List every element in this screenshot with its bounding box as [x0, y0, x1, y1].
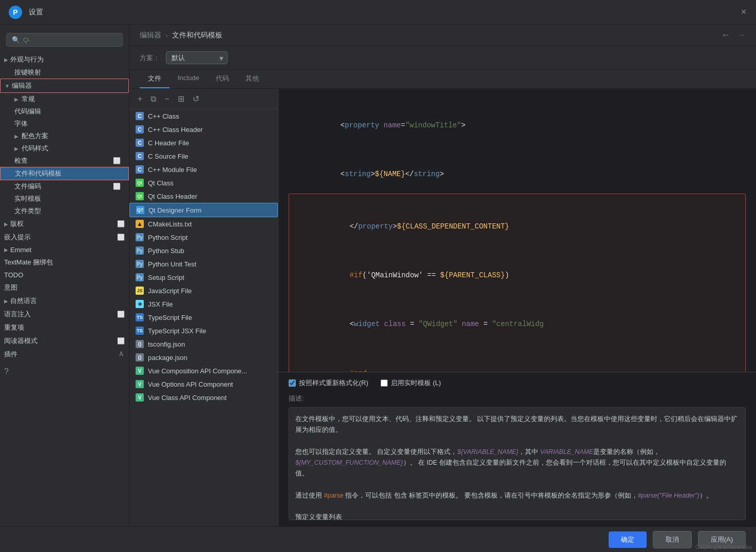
file-item-vue-class[interactable]: V Vue Class API Component	[129, 391, 278, 404]
json-icon: {}	[136, 340, 144, 348]
sidebar-item-file-encoding[interactable]: 文件编码 ⬜	[0, 180, 129, 193]
sidebar-item-file-types[interactable]: 文件类型	[0, 205, 129, 217]
file-item-qt-class-header[interactable]: Qt Qt Class Header	[129, 189, 278, 203]
scheme-selector[interactable]: 默认 项目	[166, 51, 228, 64]
sidebar-item-appearance[interactable]: ▶ 外观与行为	[0, 53, 129, 66]
file-item-python-unit-test[interactable]: Py Python Unit Test	[129, 257, 278, 271]
file-item-javascript[interactable]: JS JavaScript File	[129, 284, 278, 297]
tab-files[interactable]: 文件	[140, 70, 169, 88]
reformat-checkbox[interactable]	[289, 379, 296, 387]
realtime-checkbox-label[interactable]: 启用实时模板 (L)	[381, 378, 441, 388]
chevron-right-icon: ▶	[4, 247, 8, 253]
realtime-checkbox[interactable]	[381, 379, 388, 387]
chevron-right-icon: ▶	[4, 57, 8, 63]
file-item-label: Vue Class API Component	[148, 394, 226, 402]
sidebar-item-reader-mode[interactable]: 阅读器模式 ⬜	[0, 334, 129, 348]
file-item-vue-composition[interactable]: V Vue Composition API Compone...	[129, 364, 278, 377]
sidebar-item-plugins[interactable]: 插件 Ａ	[0, 348, 129, 361]
sidebar-item-label: 文件编码	[14, 182, 41, 191]
back-button[interactable]: ←	[721, 30, 730, 41]
file-item-vue-options[interactable]: V Vue Options API Component	[129, 377, 278, 391]
sidebar-item-label: 插件	[4, 350, 17, 359]
js-icon: JS	[136, 287, 144, 295]
sidebar-item-textmate[interactable]: TextMate 捆绑包	[0, 256, 129, 269]
file-item-label: Setup Script	[148, 274, 184, 281]
remove-template-button[interactable]: −	[162, 93, 171, 105]
copy-template-button[interactable]: ⧉	[148, 93, 158, 105]
file-item-python-stub[interactable]: Py Python Stub	[129, 244, 278, 257]
file-item-tsconfig[interactable]: {} tsconfig.json	[129, 337, 278, 351]
file-item-typescript[interactable]: TS TypeScript File	[129, 311, 278, 324]
sidebar-item-label: 编辑器	[12, 81, 32, 90]
file-item-python-script[interactable]: Py Python Script	[129, 231, 278, 244]
code-line-6: #end	[289, 343, 745, 372]
file-item-c-header[interactable]: C C Header File	[129, 136, 278, 149]
search-box[interactable]: 🔍	[6, 33, 123, 47]
chevron-right-icon: ▶	[14, 134, 18, 139]
file-item-cmake[interactable]: ▲ CMakeLists.txt	[129, 217, 278, 231]
file-item-qt-class[interactable]: Qt Qt Class	[129, 176, 278, 189]
qt-icon: Qt	[136, 179, 144, 187]
scheme-select[interactable]: 默认 项目	[166, 51, 228, 64]
search-input[interactable]	[23, 36, 117, 44]
sidebar-item-live-templates[interactable]: 实时模板	[0, 193, 129, 205]
add-template-button[interactable]: +	[136, 93, 144, 105]
sidebar-item-keymap[interactable]: 按键映射	[0, 66, 129, 79]
file-item-cpp-module[interactable]: C C++ Module File	[129, 163, 278, 176]
sidebar-item-intention[interactable]: 意图	[0, 281, 129, 294]
close-button[interactable]: ×	[740, 8, 748, 16]
header-row: 编辑器 › 文件和代码模板 ← →	[129, 25, 756, 46]
reformat-checkbox-label[interactable]: 按照样式重新格式化(R)	[289, 378, 368, 388]
file-toolbar: + ⧉ − ⊞ ↺	[129, 89, 278, 109]
file-item-cpp-class-header[interactable]: C C++ Class Header	[129, 123, 278, 136]
code-editor[interactable]: <property name="windowTitle"> <string>${…	[278, 89, 756, 372]
sidebar-item-label: 外观与行为	[10, 55, 44, 64]
sidebar-item-todo[interactable]: TODO	[0, 269, 129, 281]
confirm-button[interactable]: 确定	[609, 531, 647, 548]
reset-template-button[interactable]: ↺	[191, 93, 201, 105]
file-item-label: Vue Composition API Compone...	[148, 367, 247, 375]
sidebar-item-inspections[interactable]: 检查 ⬜	[0, 155, 129, 167]
sidebar-item-help[interactable]: ?	[0, 365, 129, 378]
sidebar-item-label: 代码样式	[22, 144, 48, 153]
sidebar-item-natural-lang[interactable]: ▶ 自然语言	[0, 294, 129, 308]
sidebar-item-label: 嵌入提示	[4, 233, 31, 242]
sidebar-item-code-style[interactable]: ▶ 代码样式	[0, 142, 129, 155]
file-item-tsx[interactable]: TS TypeScript JSX File	[129, 324, 278, 337]
file-item-label: Vue Options API Component	[148, 380, 233, 388]
code-line-3: </property>${CLASS_DEPENDENT_CONTENT}	[289, 196, 745, 245]
file-item-package-json[interactable]: {} package.json	[129, 351, 278, 364]
file-item-qt-designer[interactable]: QT Qt Designer Form	[129, 203, 278, 217]
sidebar-item-label: 检查	[14, 156, 28, 165]
file-item-jsx[interactable]: ⚛ JSX File	[129, 297, 278, 311]
sidebar-item-general[interactable]: ▶ 常规	[0, 93, 129, 105]
forward-button[interactable]: →	[736, 30, 746, 41]
question-icon: ?	[4, 367, 9, 376]
sidebar-item-copyright[interactable]: ▶ 版权 ⬜	[0, 217, 129, 231]
sidebar-item-file-templates[interactable]: 文件和代码模板	[0, 167, 129, 180]
cancel-button[interactable]: 取消	[653, 531, 692, 548]
python-icon: Py	[136, 260, 144, 268]
sync-icon: ⬜	[117, 234, 125, 241]
svg-text:P: P	[13, 8, 17, 16]
sidebar-item-lang-inject[interactable]: 语言注入 ⬜	[0, 308, 129, 321]
vue-icon: V	[136, 367, 144, 375]
clone-template-button[interactable]: ⊞	[176, 93, 186, 105]
breadcrumb-parent: 编辑器	[140, 31, 161, 40]
sidebar-item-label: 版权	[10, 219, 24, 229]
tab-include[interactable]: Include	[169, 70, 207, 88]
file-item-setup-script[interactable]: Py Setup Script	[129, 271, 278, 284]
tab-other[interactable]: 其他	[237, 70, 267, 88]
sidebar-item-embed-tips[interactable]: 嵌入提示 ⬜	[0, 231, 129, 244]
translate-icon: Ａ	[118, 350, 125, 359]
file-item-c-source[interactable]: C C Source File	[129, 149, 278, 163]
sidebar-item-editor[interactable]: ▼ 编辑器	[0, 79, 129, 93]
sidebar-item-emmet[interactable]: ▶ Emmet	[0, 244, 129, 256]
sidebar-item-code-editing[interactable]: 代码编辑	[0, 105, 129, 118]
sidebar-item-color-scheme[interactable]: ▶ 配色方案	[0, 130, 129, 142]
sidebar-item-repeat[interactable]: 重复项	[0, 321, 129, 334]
sidebar-item-font[interactable]: 字体	[0, 118, 129, 130]
file-item-cpp-class[interactable]: C C++ Class	[129, 109, 278, 123]
scheme-label: 方案：	[140, 53, 160, 63]
tab-code[interactable]: 代码	[207, 70, 237, 88]
